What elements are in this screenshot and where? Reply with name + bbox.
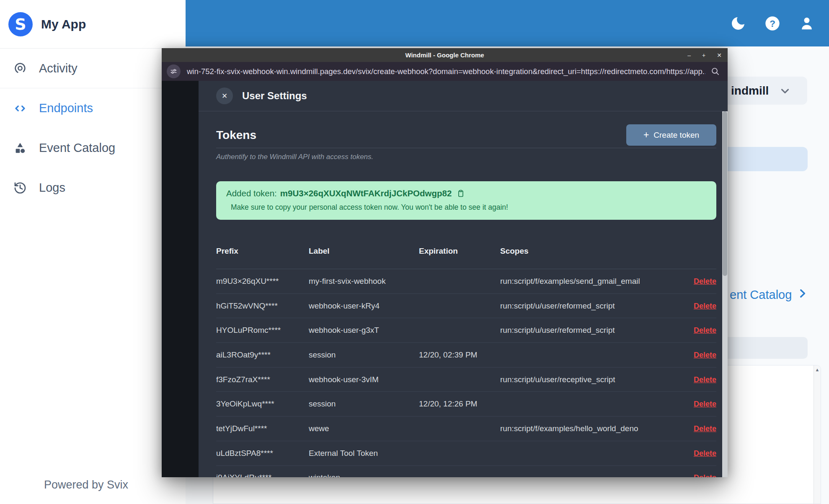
- sidebar: S My App Activity: [0, 0, 186, 504]
- token-scopes: run:script/u/user/reformed_script: [500, 301, 679, 311]
- app-title: My App: [41, 17, 86, 31]
- delete-token-link[interactable]: Delete: [694, 277, 716, 285]
- minimize-button[interactable]: –: [687, 52, 691, 59]
- column-header-scopes: Scopes: [500, 247, 679, 256]
- token-label: webhook-user-kRy4: [309, 301, 419, 311]
- table-row: HYOLuPRomc**** webhook-user-g3xT run:scr…: [216, 318, 716, 343]
- page-backdrop: [162, 81, 199, 477]
- tokens-subtitle: Authentify to the Windmill API with acce…: [216, 152, 716, 162]
- token-prefix: 3YeOiKpLwq****: [216, 399, 309, 409]
- help-icon[interactable]: ?: [764, 15, 781, 32]
- close-window-button[interactable]: ✕: [717, 52, 722, 59]
- chevron-down-icon: [779, 85, 791, 97]
- token-label: session: [309, 350, 419, 360]
- workspace-label: indmill: [731, 84, 769, 98]
- token-scopes: run:script/u/user/receptive_script: [500, 375, 679, 384]
- token-expiration: 12/20, 12:26 PM: [419, 399, 500, 409]
- code-brackets-icon: [13, 101, 27, 116]
- delete-token-link[interactable]: Delete: [694, 326, 716, 334]
- browser-viewport: ✕ User Settings Tokens + Create token: [162, 81, 728, 477]
- screen: S My App Activity: [0, 0, 829, 504]
- table-header-row: Prefix Label Expiration Scopes: [216, 244, 716, 269]
- scroll-up-icon[interactable]: ▲: [814, 365, 821, 374]
- dark-mode-moon-icon[interactable]: [729, 15, 747, 32]
- tokens-heading: Tokens: [216, 129, 256, 142]
- panel-scrollbar[interactable]: ▲: [814, 365, 821, 504]
- token-prefix: f3FzoZ7raX****: [216, 375, 309, 384]
- tokens-section-header: Tokens + Create token: [216, 124, 716, 146]
- site-settings-icon[interactable]: [167, 64, 181, 78]
- token-prefix: uLdBztSPA8****: [216, 449, 309, 458]
- copy-clipboard-icon[interactable]: [457, 189, 465, 198]
- token-prefix: tetYjDwFul****: [216, 424, 309, 433]
- url-text[interactable]: win-752-fix-svix-webhook-win.windmill.pa…: [187, 67, 705, 76]
- token-label: my-first-svix-webhook: [309, 277, 419, 286]
- delete-token-link[interactable]: Delete: [694, 351, 716, 359]
- table-body: m9U3×26qXU**** my-first-svix-webhook run…: [216, 269, 716, 477]
- token-label: wewe: [309, 424, 419, 433]
- added-token-alert: Added token: m9U3×26qXUXqNWtFAKrdjJCkPOd…: [216, 181, 716, 220]
- sidebar-item-label: Event Catalog: [39, 141, 115, 155]
- sidebar-item-activity[interactable]: Activity: [0, 49, 186, 88]
- column-header-prefix: Prefix: [216, 247, 309, 256]
- sidebar-item-label: Logs: [39, 181, 65, 195]
- column-header-expiration: Expiration: [419, 247, 500, 256]
- token-label: External Tool Token: [309, 449, 419, 458]
- token-scopes: run:script/u/user/reformed_script: [500, 326, 679, 335]
- create-token-button[interactable]: + Create token: [626, 124, 716, 146]
- history-icon: [13, 181, 27, 195]
- scrollbar-thumb[interactable]: [723, 111, 727, 276]
- sidebar-item-label: Endpoints: [39, 101, 93, 115]
- token-prefix: i9AiXYLdRu****: [216, 473, 309, 477]
- drawer-body: Tokens + Create token Authentify to the …: [199, 111, 728, 477]
- table-row: f3FzoZ7raX**** webhook-user-3vIM run:scr…: [216, 368, 716, 392]
- powered-by-svix: Powered by Svix: [44, 478, 128, 491]
- token-label: webhook-user-g3xT: [309, 326, 419, 335]
- tokens-table: Prefix Label Expiration Scopes m9U3×26qX…: [216, 244, 716, 477]
- zoom-search-icon[interactable]: [710, 67, 720, 76]
- drawer-title: User Settings: [242, 90, 307, 102]
- token-label: session: [309, 399, 419, 409]
- token-prefix: m9U3×26qXU****: [216, 277, 309, 286]
- delete-token-link[interactable]: Delete: [694, 473, 716, 477]
- delete-token-link[interactable]: Delete: [694, 449, 716, 458]
- token-prefix: aiL3ROat9y****: [216, 350, 309, 360]
- section-divider: [216, 148, 716, 148]
- token-scopes: run:script/f/examples/send_gmail_email: [500, 277, 679, 286]
- token-label: webhook-user-3vIM: [309, 375, 419, 384]
- drawer-header: ✕ User Settings: [199, 81, 728, 111]
- user-icon[interactable]: [798, 15, 816, 32]
- close-drawer-button[interactable]: ✕: [216, 87, 233, 104]
- window-titlebar[interactable]: Windmill - Google Chrome – + ✕: [162, 48, 728, 62]
- token-prefix: HYOLuPRomc****: [216, 326, 309, 335]
- delete-token-link[interactable]: Delete: [694, 400, 716, 408]
- chevron-right-icon: [797, 288, 808, 302]
- table-row: i9AiXYLdRu**** wintoken Delete: [216, 466, 716, 478]
- token-copy-note: Make sure to copy your personal access t…: [231, 203, 706, 212]
- delete-token-link[interactable]: Delete: [694, 302, 716, 310]
- column-header-label: Label: [309, 247, 419, 256]
- token-expiration: 12/20, 02:39 PM: [419, 350, 500, 360]
- drawer-scrollbar[interactable]: [722, 111, 728, 477]
- plus-icon: +: [643, 130, 649, 140]
- table-row: m9U3×26qXU**** my-first-svix-webhook run…: [216, 269, 716, 294]
- topbar: ?: [186, 0, 829, 46]
- sidebar-item-logs[interactable]: Logs: [0, 168, 186, 208]
- svg-text:?: ?: [770, 18, 775, 28]
- table-row: hGiT52wVNQ**** webhook-user-kRy4 run:scr…: [216, 294, 716, 319]
- event-catalog-link[interactable]: ent Catalog: [730, 288, 808, 302]
- url-bar[interactable]: win-752-fix-svix-webhook-win.windmill.pa…: [162, 62, 728, 81]
- added-token-line: Added token: m9U3×26qXUXqNWtFAKrdjJCkPOd…: [226, 188, 706, 198]
- token-scopes: run:script/f/examples/hello_world_deno: [500, 424, 679, 433]
- shapes-icon: [13, 141, 27, 155]
- user-settings-drawer: ✕ User Settings Tokens + Create token: [199, 81, 728, 477]
- delete-token-link[interactable]: Delete: [694, 424, 716, 433]
- activity-disc-icon: [13, 61, 27, 75]
- maximize-button[interactable]: +: [702, 52, 705, 59]
- window-title: Windmill - Google Chrome: [405, 51, 484, 59]
- table-row: 3YeOiKpLwq**** session 12/20, 12:26 PM D…: [216, 392, 716, 417]
- sidebar-item-event-catalog[interactable]: Event Catalog: [0, 128, 186, 168]
- delete-token-link[interactable]: Delete: [694, 375, 716, 384]
- sidebar-nav: Activity Endpoints: [0, 49, 186, 208]
- sidebar-item-endpoints[interactable]: Endpoints: [0, 88, 186, 128]
